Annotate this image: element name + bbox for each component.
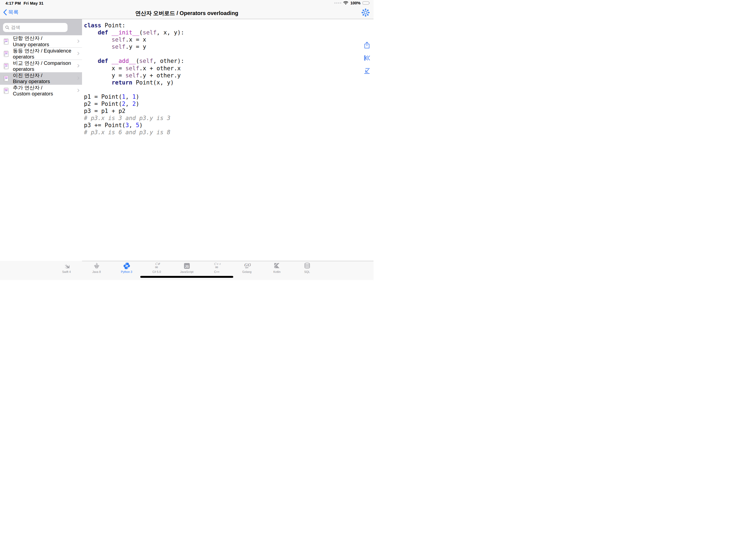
golang-icon: GO — [243, 262, 251, 270]
func-code-doc-icon: func{code} — [4, 63, 8, 69]
list-item[interactable]: func{code}추가 연산자 /Custom operators› — [0, 85, 82, 97]
status-time-date: 4:17 PMFri May 31 — [5, 1, 46, 5]
tab-label: Kotlin — [274, 270, 281, 274]
battery-icon — [363, 1, 370, 5]
swift-icon — [63, 262, 70, 270]
list-item[interactable]: func{code}이진 연산자 /Binary operators› — [0, 73, 82, 85]
search-icon — [5, 25, 9, 29]
list-item-label: 비교 연산자 / Comparisonoperators — [13, 60, 82, 72]
svg-text:GO: GO — [244, 262, 251, 267]
page-title: 연산자 오버로드 / Operators overloading — [0, 9, 374, 17]
tab-label: Swift 4 — [62, 270, 71, 274]
kotlin-icon — [274, 262, 281, 270]
list-item-label: 동등 연산자 / Equivalenceoperators — [13, 48, 82, 60]
list-item[interactable]: func{code}단항 연산자 /Unary operators› — [0, 35, 82, 48]
tab-swift[interactable]: Swift 4 — [51, 261, 81, 280]
list-item[interactable]: func{code}비교 연산자 / Comparisonoperators› — [0, 60, 82, 72]
code-block: class Point: def __init__(self, x, y): s… — [82, 19, 374, 136]
chevron-right-icon: › — [77, 36, 80, 45]
tab-label: Python 3 — [121, 270, 132, 274]
collapse-down-left-icon[interactable] — [363, 67, 371, 75]
status-bar: 4:17 PMFri May 31 100% — [0, 0, 374, 6]
tab-python[interactable]: Python 3 — [111, 261, 141, 280]
code-view[interactable]: class Point: def __init__(self, x, y): s… — [82, 19, 374, 261]
svg-text:∞: ∞ — [215, 265, 218, 270]
csharp-icon: C# ∞ — [153, 262, 160, 270]
chevron-right-icon: › — [77, 86, 80, 95]
battery-percent: 100% — [350, 1, 360, 5]
home-indicator[interactable] — [140, 276, 233, 278]
svg-text:JS: JS — [185, 265, 189, 269]
gear-icon[interactable] — [361, 8, 370, 17]
search-placeholder: 검색 — [11, 24, 20, 31]
func-code-doc-icon: func{code} — [4, 39, 8, 45]
clock: 4:17 PM — [5, 1, 21, 5]
func-code-doc-icon: func{code} — [4, 88, 8, 94]
java-icon — [93, 262, 100, 270]
wifi-icon — [343, 1, 349, 5]
func-code-doc-icon: func{code} — [4, 75, 8, 81]
tab-label: Golang — [242, 270, 252, 274]
chevron-right-icon: › — [77, 74, 80, 82]
tab-label: Java 8 — [93, 270, 101, 274]
tab-golang[interactable]: GO Golang — [232, 261, 262, 280]
date: Fri May 31 — [24, 1, 44, 5]
tab-label: C# 5.0 — [153, 270, 161, 274]
content-action-buttons — [363, 41, 371, 75]
func-code-doc-icon: func{code} — [4, 51, 8, 57]
chevron-right-icon: › — [77, 49, 80, 57]
app-window: 4:17 PMFri May 31 100% 목록 — [0, 0, 374, 280]
header: 4:17 PMFri May 31 100% 목록 — [0, 0, 374, 19]
cpp-icon: C++ ∞ — [213, 262, 221, 270]
tab-label: JavaScript — [180, 270, 193, 274]
tab-kotlin[interactable]: Kotlin — [262, 261, 292, 280]
list-item[interactable]: func{code}동등 연산자 / Equivalenceoperators› — [0, 48, 82, 60]
svg-text:∞: ∞ — [154, 265, 158, 270]
list-item-label: 이진 연산자 /Binary operators — [13, 73, 82, 84]
navigation-bar: 목록 연산자 오버로드 / Operators overloading — [0, 6, 374, 19]
sidebar: 검색 func{code}단항 연산자 /Unary operators›fun… — [0, 19, 82, 261]
list-item-label: 추가 연산자 /Custom operators — [13, 85, 82, 97]
chevron-right-icon: › — [77, 61, 80, 70]
share-icon[interactable] — [363, 41, 371, 49]
cellular-dots-icon — [334, 2, 341, 4]
sql-icon — [304, 262, 311, 270]
tab-label: SQL — [304, 270, 310, 274]
tab-java[interactable]: Java 8 — [81, 261, 111, 280]
list-item-label: 단항 연산자 /Unary operators — [13, 35, 82, 47]
search-input[interactable]: 검색 — [3, 23, 68, 32]
tab-label: C++ — [214, 270, 220, 274]
skip-to-start-icon[interactable] — [363, 54, 371, 62]
tab-sql[interactable]: SQL — [292, 261, 322, 280]
python-icon — [123, 262, 130, 270]
javascript-icon: JS — [183, 262, 190, 270]
topic-list: func{code}단항 연산자 /Unary operators›func{c… — [0, 35, 82, 97]
search-bar-container: 검색 — [0, 19, 82, 35]
